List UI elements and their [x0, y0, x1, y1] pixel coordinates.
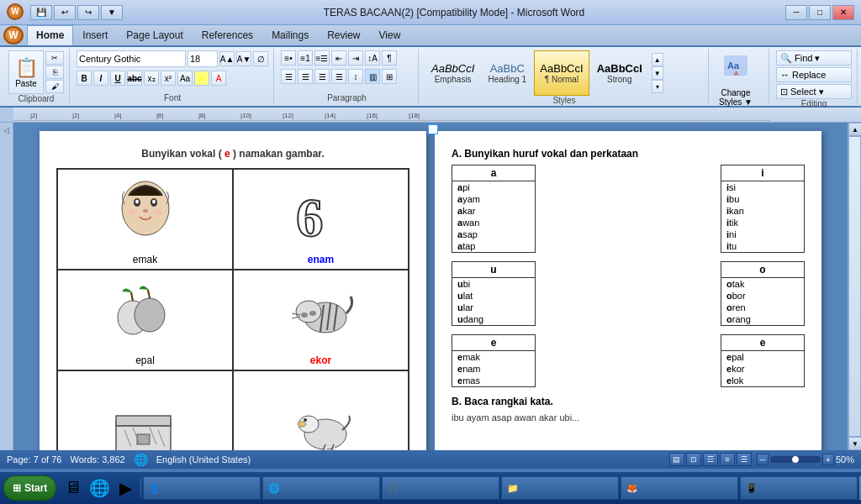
strikethrough-button[interactable]: abc — [127, 71, 142, 86]
superscript-button[interactable]: x² — [161, 71, 176, 86]
office-button[interactable]: W — [3, 26, 24, 45]
start-label: Start — [24, 482, 47, 494]
tab-view[interactable]: View — [370, 25, 410, 45]
subscript-button[interactable]: x₂ — [144, 71, 159, 86]
align-center-btn[interactable]: ☰ — [298, 69, 313, 84]
clear-format-btn[interactable]: ∅ — [253, 51, 268, 66]
multilevel-btn[interactable]: ≡☰ — [314, 50, 330, 66]
word-cell-ekor: ekor — [233, 270, 409, 370]
tab-references[interactable]: References — [193, 25, 262, 45]
bold-button[interactable]: B — [77, 71, 92, 86]
select-button[interactable]: ⊡ Select ▾ — [776, 84, 852, 99]
svg-point-18 — [152, 200, 156, 204]
tab-home[interactable]: Home — [27, 25, 73, 45]
print-layout-btn[interactable]: ▤ — [669, 453, 684, 466]
undo-btn[interactable]: ↩ — [54, 5, 76, 20]
justify-btn[interactable]: ☰ — [331, 69, 346, 84]
text-effects-btn[interactable]: Aa — [177, 71, 193, 86]
draft-btn[interactable]: ☰ — [737, 453, 752, 466]
document-area[interactable]: Bunyikan vokal ( e ) namakan gambar. — [13, 123, 848, 450]
borders-btn[interactable]: ⊞ — [382, 69, 397, 84]
line-spacing-btn[interactable]: ↕ — [348, 69, 363, 84]
full-screen-btn[interactable]: ⊡ — [686, 453, 701, 466]
tab-insert[interactable]: Insert — [73, 25, 117, 45]
titlebar: W 💾 ↩ ↪ ▼ TERAS BACAAN(2) [Compatibility… — [0, 0, 861, 25]
quick-save-btn[interactable]: 💾 — [30, 5, 52, 20]
word-oren: oren — [721, 302, 804, 313]
tab-page-layout[interactable]: Page Layout — [117, 25, 192, 45]
numbering-btn[interactable]: ≡1 — [298, 50, 313, 66]
ql-media-icon[interactable]: ▶ — [114, 478, 137, 498]
taskbar-item-media[interactable]: 🎵 — [382, 476, 499, 500]
decrease-indent-btn[interactable]: ⇤ — [331, 50, 346, 66]
style-heading1[interactable]: AaBbC Heading 1 — [482, 50, 532, 96]
shading-btn[interactable]: ▥ — [365, 69, 380, 84]
label-ekor: ekor — [310, 354, 331, 366]
vocab-box-o: o otak obor oren orang — [721, 261, 805, 326]
styles-expand[interactable]: ▾ — [652, 80, 663, 93]
redo-btn[interactable]: ↪ — [77, 5, 99, 20]
ql-desktop-icon[interactable]: 🖥 — [61, 478, 85, 498]
increase-indent-btn[interactable]: ⇥ — [348, 50, 363, 66]
taskbar-item-firefox[interactable]: 🦊 — [621, 476, 738, 500]
style-heading1-preview: AaBbC — [490, 62, 525, 75]
taskbar-item-folder[interactable]: 📁 — [501, 476, 619, 500]
zoom-in-btn[interactable]: + — [822, 454, 834, 465]
copy-button[interactable]: ⎘ — [45, 66, 64, 79]
sort-btn[interactable]: ↕A — [365, 50, 380, 66]
taskbar-item-user[interactable]: 👤 — [143, 476, 261, 500]
underline-button[interactable]: U — [110, 71, 125, 86]
cut-button[interactable]: ✂ — [45, 51, 64, 65]
styles-scroll-down[interactable]: ▼ — [652, 66, 663, 80]
paste-button[interactable]: 📋 Paste — [8, 50, 44, 94]
style-emphasis[interactable]: AaBbCcI Emphasis — [425, 50, 480, 96]
minimize-btn[interactable]: ─ — [785, 5, 807, 20]
show-para-btn[interactable]: ¶ — [382, 50, 397, 66]
move-handle[interactable] — [428, 124, 438, 134]
align-left-btn[interactable]: ☰ — [281, 69, 296, 84]
taskbar-item-ie[interactable]: 🌐 — [262, 476, 380, 500]
bullets-btn[interactable]: ≡• — [281, 50, 296, 66]
zoom-slider[interactable] — [770, 456, 821, 463]
customize-btn[interactable]: ▼ — [101, 5, 123, 20]
ruler-left-margin — [0, 108, 13, 122]
word-grid: emak 6 enam — [56, 168, 409, 450]
find-button[interactable]: 🔍 Find ▾ — [776, 50, 852, 66]
scroll-down-btn[interactable]: ▼ — [848, 437, 861, 450]
align-right-btn[interactable]: ☰ — [314, 69, 330, 84]
language-flag: 🌐 — [134, 453, 148, 466]
format-painter-button[interactable]: 🖌 — [45, 80, 64, 93]
font-color-btn[interactable]: A — [211, 71, 226, 86]
svg-line-26 — [148, 290, 150, 298]
start-button[interactable]: ⊞ Start — [3, 475, 56, 501]
styles-scroll-up[interactable]: ▲ — [652, 53, 663, 66]
maximize-btn[interactable]: □ — [809, 5, 831, 20]
style-normal[interactable]: AaBbCcI ¶ Normal — [534, 50, 589, 96]
scroll-up-btn[interactable]: ▲ — [848, 123, 861, 136]
italic-button[interactable]: I — [93, 71, 108, 86]
taskbar-item-vodafone[interactable]: 📱 — [740, 476, 858, 500]
ql-ie-icon[interactable]: 🌐 — [87, 478, 111, 498]
svg-text:|14|: |14| — [325, 112, 335, 119]
style-strong-preview: AaBbCcI — [597, 62, 642, 75]
zoom-out-btn[interactable]: ─ — [757, 454, 769, 465]
scroll-thumb[interactable] — [848, 136, 861, 437]
tab-review[interactable]: Review — [318, 25, 369, 45]
tab-mailings[interactable]: Mailings — [262, 25, 318, 45]
clipboard-inner: 📋 Paste ✂ ⎘ 🖌 — [8, 50, 64, 94]
svg-text:|10|: |10| — [240, 112, 251, 119]
font-size-input[interactable] — [188, 50, 218, 67]
change-styles-button[interactable]: Aa A ChangeStyles ▼ — [716, 50, 756, 108]
outline-btn[interactable]: ≡ — [720, 453, 735, 466]
web-layout-btn[interactable]: ☲ — [703, 453, 718, 466]
svg-text:|2|: |2| — [72, 112, 80, 119]
decrease-font-btn[interactable]: A▼ — [236, 51, 251, 66]
highlight-color-btn[interactable]: A — [194, 71, 209, 86]
font-name-input[interactable] — [77, 50, 186, 67]
close-btn[interactable]: ✕ — [832, 5, 854, 20]
replace-button[interactable]: ↔ Replace — [776, 67, 852, 82]
svg-point-19 — [143, 209, 148, 213]
zoom-level: 50% — [836, 454, 854, 465]
style-strong[interactable]: AaBbCcI Strong — [591, 50, 648, 96]
increase-font-btn[interactable]: A▲ — [219, 51, 235, 66]
